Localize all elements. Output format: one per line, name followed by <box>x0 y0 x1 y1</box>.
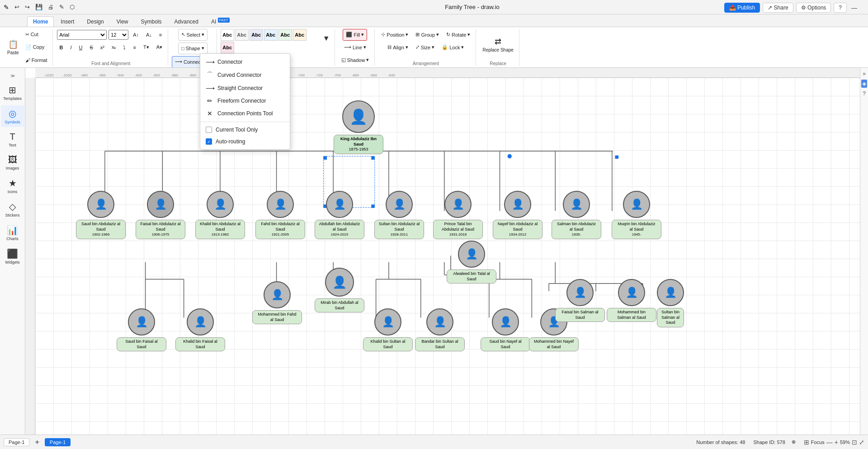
dd-connector[interactable]: ⟶ Connector <box>200 56 290 68</box>
person-gc-sultan-salman[interactable]: 👤 Sultan bin Salman al Saud <box>657 279 684 327</box>
person-child-8[interactable]: 👤 Salman bin Abdulaziz al Saud1935- <box>552 191 601 239</box>
add-page-button[interactable]: + <box>33 437 41 447</box>
font-family-select[interactable]: Arial <box>57 30 107 40</box>
edit-button[interactable]: ✎ <box>57 3 66 11</box>
dd-freeform-connector[interactable]: ✏ Freeform Connector <box>200 95 290 107</box>
person-gc-khalid-faisal[interactable]: 👤 Khalid bin Faisal al Saud <box>175 308 225 351</box>
sidebar-collapse-button[interactable]: » <box>862 70 867 78</box>
size-button[interactable]: ⤢ Size ▾ <box>413 42 437 53</box>
style-swatch-5[interactable]: Abc <box>278 29 292 41</box>
underline-button[interactable]: U <box>76 42 85 53</box>
text-direction-button[interactable]: ⤵ <box>120 42 128 53</box>
person-gc-mohammed-fahd[interactable]: 👤 Mohammed bin Fahd al Saud <box>252 281 302 324</box>
dd-curved-connector[interactable]: ⌒ Curved Connector <box>200 68 290 82</box>
strikethrough-button[interactable]: S <box>87 42 95 53</box>
rotate-button[interactable]: ↻ Rotate ▾ <box>443 29 473 41</box>
person-child-9[interactable]: 👤 Muqrin bin Abdulaziz al Saud1945- <box>612 191 661 239</box>
sidebar-item-stickers[interactable]: ◇ Stickers <box>1 199 24 220</box>
person-gc-khalid-sultan[interactable]: 👤 Khalid bin Sultan al Saud <box>363 308 413 351</box>
font-size-select[interactable]: 12 <box>108 30 128 40</box>
tab-insert[interactable]: Insert <box>55 16 80 27</box>
style-swatch-1[interactable]: Abc <box>221 29 234 41</box>
sidebar-item-symbols[interactable]: ◎ Symbols <box>1 105 24 127</box>
position-button[interactable]: ⊹ Position ▾ <box>378 29 411 41</box>
person-child-3[interactable]: 👤 Fahd bin Abdulaziz al Saud1921-2005 <box>255 191 305 239</box>
select-button[interactable]: ↖ Select ▾ <box>178 29 208 41</box>
dd-current-tool-only[interactable]: Current Tool Only <box>200 124 290 136</box>
page-tab-inactive[interactable]: Page-1 <box>4 438 29 446</box>
zoom-in-button[interactable]: ⊞ <box>804 439 809 446</box>
italic-button[interactable]: I <box>67 42 74 53</box>
tab-view[interactable]: View <box>111 16 134 27</box>
options-button[interactable]: ⚙ Options <box>796 3 831 13</box>
sidebar-smart-button[interactable]: ◈ <box>861 80 867 88</box>
sidebar-item-charts[interactable]: 📊 Charts <box>1 222 24 244</box>
align-button[interactable]: ≡ <box>156 29 165 41</box>
replace-shape-button[interactable]: ⇄ Replace Shape <box>480 32 516 57</box>
person-gc-saud-faisal[interactable]: 👤 Saud bin Faisal al Saud <box>117 308 166 351</box>
tab-symbols[interactable]: Symbols <box>135 16 168 27</box>
bold-button[interactable]: B <box>57 42 66 53</box>
dd-straight-connector[interactable]: ⟶ Straight Connector <box>200 82 290 95</box>
sidebar-help-button[interactable]: ? <box>862 90 867 98</box>
save-button[interactable]: 💾 <box>33 3 44 11</box>
tab-home[interactable]: Home <box>27 16 54 27</box>
person-gc-saud-nayef[interactable]: 👤 Saud bin Nayef al Saud <box>481 308 530 351</box>
paste-button[interactable]: 📋Paste <box>5 35 22 60</box>
person-child-0[interactable]: 👤 Saud bin Abdulaziz al Saud1902-1969 <box>76 191 126 239</box>
style-swatch-4[interactable]: Abc <box>264 29 278 41</box>
person-gc-mbs[interactable]: 👤 Mohammed bin Salman al Saud <box>607 279 656 322</box>
styles-scroll-down[interactable]: ▼ <box>321 33 332 43</box>
person-child-4[interactable]: 👤 Abdullah bin Abdulaziz al Saud1924-201… <box>315 191 364 239</box>
dd-auto-routing[interactable]: ✓ Auto-routing <box>200 136 290 147</box>
lock-button[interactable]: 🔒 Lock ▾ <box>439 42 467 53</box>
person-child-6[interactable]: 👤 Prince Talal bin Abdulaziz al Saud1931… <box>433 191 483 239</box>
page-tab-active[interactable]: Page-1 <box>45 438 71 446</box>
person-child-7[interactable]: 👤 Nayef bin Abdulaziz al Saud1934-2012 <box>493 191 542 239</box>
list-button[interactable]: ≡ <box>130 42 138 53</box>
text-btn[interactable]: T▾ <box>141 42 152 53</box>
tab-design[interactable]: Design <box>81 16 109 27</box>
zoom-reset-button[interactable]: + <box>835 439 838 446</box>
sidebar-item-icons[interactable]: ★ Icons <box>1 175 24 197</box>
minimize-button[interactable]: — <box>849 4 859 12</box>
person-gc-faisal-salman[interactable]: 👤 Faisal bin Salman al Saud <box>555 279 605 322</box>
auto-routing-checkbox[interactable]: ✓ <box>206 138 212 145</box>
tab-advanced[interactable]: Advanced <box>169 16 204 27</box>
align-btn[interactable]: ⊟ Align ▾ <box>385 42 410 53</box>
copy-button[interactable]: 📄 Copy <box>23 42 50 53</box>
sidebar-expand-button[interactable]: ≫ <box>9 71 17 80</box>
help-button[interactable]: ? <box>834 3 847 13</box>
sidebar-item-images[interactable]: 🖼 Images <box>1 152 24 173</box>
style-swatch-6[interactable]: Abc <box>293 29 307 41</box>
undo-button[interactable]: ↩ <box>13 3 21 11</box>
font-size-decrease-button[interactable]: A↓ <box>143 29 155 41</box>
redo-button[interactable]: ↪ <box>23 3 32 11</box>
dd-connection-points[interactable]: ✕ Connection Points Tool <box>200 107 290 120</box>
format-painter-button[interactable]: 🖌 Format <box>23 54 50 66</box>
subscript-button[interactable]: x₂ <box>109 42 119 53</box>
tab-ai[interactable]: AI FAST <box>205 16 236 27</box>
fill-button[interactable]: ⬛ Fill ▾ <box>343 29 367 41</box>
person-child-2[interactable]: 👤 Khalid bin Abdulaziz al Saud1913-1982 <box>195 191 245 239</box>
person-child-1[interactable]: 👤 Faisal bin Abdulaziz al Saud1906-1975 <box>136 191 185 239</box>
share-button[interactable]: ↗ Share <box>763 3 793 13</box>
fit-page-button[interactable]: ⊡ <box>852 439 857 446</box>
sidebar-item-templates[interactable]: ⊞ Templates <box>1 82 24 104</box>
font-size-increase-button[interactable]: A↑ <box>130 29 142 41</box>
style-swatch-7[interactable]: Abc <box>221 42 234 53</box>
style-swatch-2[interactable]: Abc <box>235 29 249 41</box>
sidebar-item-text[interactable]: T Text <box>1 129 24 150</box>
canvas-area[interactable]: -1020 -1000 -980 -960 -940 -920 -900 -88… <box>25 68 868 435</box>
fullscreen-button[interactable]: ⤢ <box>859 439 864 446</box>
group-button[interactable]: ⊞ Group ▾ <box>413 29 442 41</box>
person-child-5[interactable]: 👤 Sultan bin Abdulaziz al Saud1928-2011 <box>374 191 424 239</box>
print-button[interactable]: 🖨 <box>46 3 56 11</box>
customize-button[interactable]: ⬡ <box>68 3 76 11</box>
person-gc-alwaleed[interactable]: 👤 Alwaleed bin Talal al Saud <box>447 241 496 284</box>
publish-button[interactable]: 📤 Publish <box>724 3 760 13</box>
font-color-button[interactable]: A▾ <box>154 42 165 53</box>
person-root[interactable]: 👤 King Abdulaziz Ibn Saud 1875-1953 <box>334 100 383 154</box>
zoom-out-button[interactable]: — <box>826 439 833 446</box>
style-swatch-3[interactable]: Abc <box>250 29 263 41</box>
